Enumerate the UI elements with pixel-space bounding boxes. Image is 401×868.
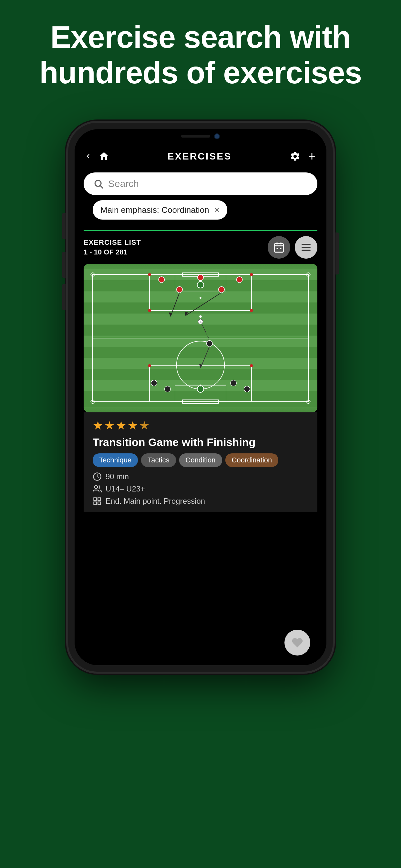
svg-rect-63 <box>98 498 100 500</box>
age-row: U14– U23+ <box>84 485 317 493</box>
star-half: ★ <box>139 419 150 432</box>
star-1: ★ <box>93 419 103 432</box>
exercise-card-wrapper: ★ ★ ★ ★ ★ Transition Game with Finishing… <box>74 264 327 665</box>
exercise-title: Transition Game with Finishing <box>84 436 317 449</box>
star-2: ★ <box>104 419 115 432</box>
app-content: EXERCISES <box>74 144 327 665</box>
duration-value: 90 min <box>105 472 129 481</box>
header-bar: EXERCISES <box>74 144 327 169</box>
phone-screen: EXERCISES <box>74 129 327 665</box>
filter-chip-text: Main emphasis: Coordination <box>100 205 209 215</box>
tag-condition[interactable]: Condition <box>179 454 222 467</box>
star-4: ★ <box>127 419 138 432</box>
star-3: ★ <box>116 419 126 432</box>
soccer-field <box>84 264 317 412</box>
settings-button[interactable] <box>289 151 301 162</box>
svg-rect-2 <box>275 244 283 252</box>
svg-point-54 <box>148 273 151 276</box>
filter-chip[interactable]: Main emphasis: Coordination × <box>93 200 227 220</box>
phone-shell: EXERCISES <box>68 123 333 672</box>
svg-point-30 <box>197 275 204 281</box>
svg-point-46 <box>244 386 250 392</box>
list-header-text: EXERCISE LIST 1 - 10 OF 281 <box>84 238 141 256</box>
list-view-button[interactable] <box>295 236 317 259</box>
svg-point-28 <box>199 315 202 317</box>
svg-point-45 <box>230 380 237 386</box>
header-title: EXERCISES <box>110 151 289 162</box>
svg-point-34 <box>197 282 204 288</box>
tag-technique[interactable]: Technique <box>93 454 138 467</box>
search-bar[interactable]: Search <box>84 173 317 195</box>
svg-rect-65 <box>94 502 96 504</box>
back-button[interactable] <box>84 152 93 161</box>
search-placeholder: Search <box>108 178 139 189</box>
svg-point-33 <box>219 286 225 292</box>
svg-line-1 <box>100 186 103 188</box>
notch-camera <box>214 133 220 139</box>
exercise-card-info: ★ ★ ★ ★ ★ Transition Game with Finishing… <box>84 412 317 512</box>
duration-row: 90 min <box>84 472 317 481</box>
svg-rect-13 <box>84 291 317 302</box>
tags-row: Technique Tactics Condition Coordination <box>84 454 317 467</box>
calendar-view-button[interactable] <box>268 236 290 259</box>
home-button[interactable] <box>98 151 110 162</box>
hero-text: Exercise search with hundreds of exercis… <box>0 20 401 91</box>
svg-rect-62 <box>94 498 96 500</box>
svg-point-29 <box>158 277 165 283</box>
notch <box>162 129 239 144</box>
svg-point-59 <box>250 364 253 367</box>
svg-point-31 <box>236 277 243 283</box>
svg-point-47 <box>197 386 204 392</box>
filter-close-icon[interactable]: × <box>214 205 220 215</box>
svg-point-56 <box>148 309 151 312</box>
field-container <box>84 264 317 412</box>
stars-row: ★ ★ ★ ★ ★ <box>84 419 317 432</box>
svg-rect-64 <box>98 502 100 504</box>
header-left <box>84 151 110 162</box>
list-header-title: EXERCISE LIST <box>84 238 141 247</box>
phone-wrapper: EXERCISES <box>68 123 333 833</box>
svg-point-44 <box>165 386 171 392</box>
svg-point-55 <box>250 273 253 276</box>
age-range-value: U14– U23+ <box>105 485 145 493</box>
emphasis-row: End. Main point. Progression <box>84 497 317 506</box>
list-header: EXERCISE LIST 1 - 10 OF 281 <box>74 231 327 264</box>
svg-rect-6 <box>277 248 278 250</box>
svg-point-57 <box>250 309 253 312</box>
people-icon <box>93 485 102 493</box>
emphasis-value: End. Main point. Progression <box>105 497 205 506</box>
tag-coordination[interactable]: Coordination <box>225 454 279 467</box>
svg-point-43 <box>151 380 157 386</box>
notch-speaker <box>181 135 210 137</box>
svg-point-61 <box>95 485 97 488</box>
header-right <box>289 151 317 162</box>
svg-point-53 <box>199 384 202 386</box>
field-svg <box>84 264 317 412</box>
svg-point-52 <box>199 297 202 299</box>
heart-icon <box>291 637 303 648</box>
add-button[interactable] <box>306 151 317 162</box>
svg-point-32 <box>177 286 183 292</box>
list-header-icons <box>268 236 317 259</box>
svg-point-58 <box>148 364 151 367</box>
search-icon <box>93 179 104 189</box>
list-header-count: 1 - 10 OF 281 <box>84 248 141 256</box>
category-icon <box>93 497 102 506</box>
tag-tactics[interactable]: Tactics <box>141 454 176 467</box>
svg-rect-7 <box>280 248 281 250</box>
favorite-button[interactable] <box>284 630 310 655</box>
clock-icon <box>93 472 102 481</box>
